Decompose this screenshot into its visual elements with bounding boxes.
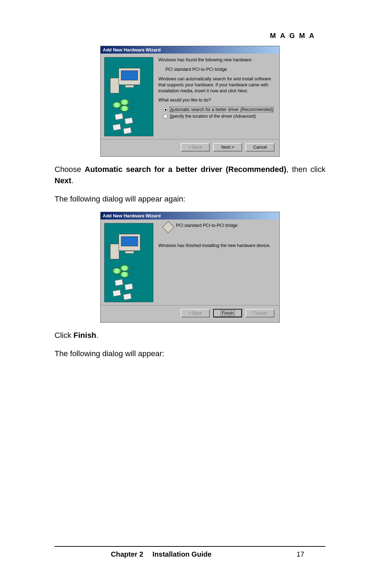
- dialog1-body: Windows has found the following new hard…: [101, 54, 279, 139]
- cancel-button[interactable]: Cancel: [246, 143, 274, 151]
- dialog-add-hardware-1: Add New Hardware Wizard Windows has foun…: [100, 46, 280, 157]
- dialog1-title: Add New Hardware Wizard: [101, 46, 279, 54]
- next-button[interactable]: Next >: [213, 143, 242, 151]
- radio-option1-label: Automatic search for a better driver (Re…: [170, 107, 274, 112]
- dialog2-device: PCI standard PCI-to-PCI bridge: [176, 223, 238, 228]
- radio-unselected-icon: [163, 114, 167, 118]
- instruction-following-dialog: The following dialog will appear:: [55, 348, 325, 359]
- dialog1-auto-text: Windows can automatically search for and…: [158, 76, 274, 94]
- dialog2-done: Windows has finished installing the new …: [158, 243, 274, 249]
- finish-button[interactable]: Finish: [213, 309, 242, 317]
- dialog2-buttons: < Back Finish Cancel: [101, 305, 279, 322]
- dialog1-buttons: < Back Next > Cancel: [101, 139, 279, 156]
- radio-option2-label: Specify the location of the driver (Adva…: [170, 114, 256, 119]
- back-button: < Back: [181, 143, 210, 151]
- page-footer: Chapter 2 Installation Guide 17: [55, 546, 325, 558]
- dialog-add-hardware-2: Add New Hardware Wizard PCI standard PCI…: [100, 212, 280, 323]
- dialog1-prompt: What would you like to do?: [158, 97, 274, 103]
- instruction-click-finish: Click Finish.: [55, 330, 325, 341]
- dialog2-body: PCI standard PCI-to-PCI bridge Windows h…: [101, 219, 279, 305]
- wizard-illustration: [104, 57, 153, 136]
- cancel-button: Cancel: [246, 309, 274, 317]
- dialog2-title: Add New Hardware Wizard: [101, 212, 279, 219]
- dialog1-info: Windows has found the following new hard…: [158, 57, 274, 136]
- footer-page-number: 17: [297, 550, 304, 558]
- wizard-illustration: [104, 223, 153, 302]
- dialog1-found-line: Windows has found the following new hard…: [158, 57, 274, 63]
- page-content: Add New Hardware Wizard Windows has foun…: [55, 46, 325, 359]
- device-icon: [162, 221, 174, 233]
- instruction-following-dialog-again: The following dialog will appear again:: [55, 193, 325, 205]
- dialog2-info: PCI standard PCI-to-PCI bridge Windows h…: [158, 223, 274, 302]
- dialog1-device: PCI standard PCI-to-PCI bridge: [158, 67, 274, 73]
- radio-option-automatic[interactable]: Automatic search for a better driver (Re…: [163, 107, 274, 112]
- header-brand: MAGMA: [270, 32, 318, 40]
- back-button: < Back: [181, 309, 210, 317]
- footer-guide: Installation Guide: [152, 550, 211, 558]
- radio-option-specify[interactable]: Specify the location of the driver (Adva…: [163, 114, 274, 119]
- instruction-choose-automatic: Choose Automatic search for a better dri…: [55, 164, 325, 186]
- footer-chapter: Chapter 2: [111, 550, 143, 558]
- radio-selected-icon: [163, 107, 167, 112]
